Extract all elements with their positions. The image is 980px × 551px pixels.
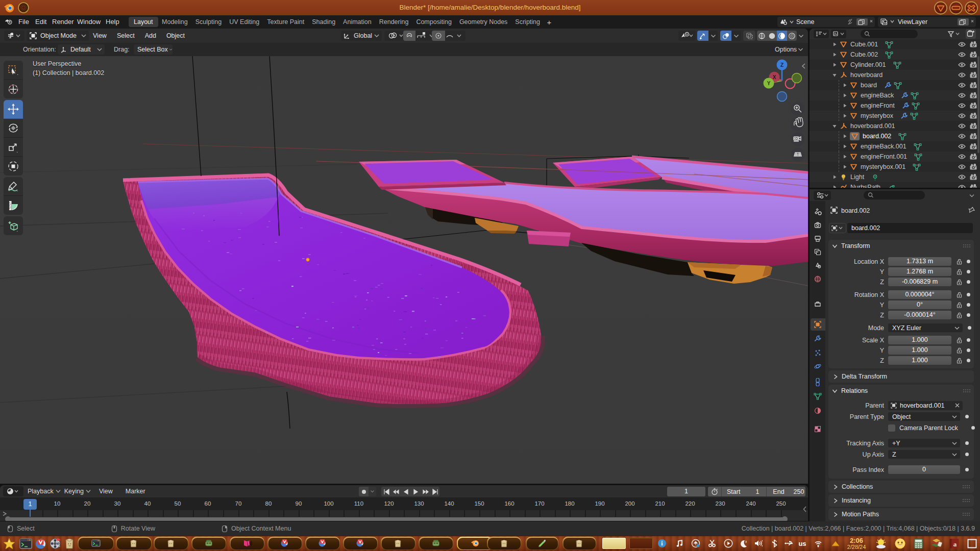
- svg-text:Z: Z: [780, 62, 783, 68]
- svg-text:us: us: [798, 540, 806, 547]
- svg-text:X: X: [773, 74, 776, 80]
- svg-text:a: a: [953, 540, 957, 548]
- svg-text:Y: Y: [767, 81, 771, 86]
